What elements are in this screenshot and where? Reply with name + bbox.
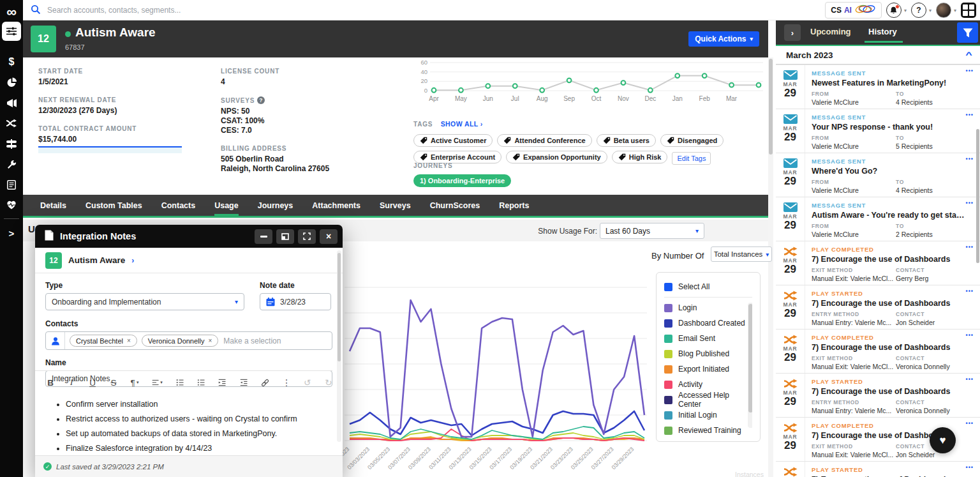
filter-button[interactable] bbox=[957, 22, 978, 43]
link-icon[interactable] bbox=[261, 378, 269, 388]
cs-ai-button[interactable]: CS AI bbox=[825, 2, 882, 19]
panel-scrollbar-thumb[interactable] bbox=[976, 129, 979, 263]
note-body[interactable]: Confirm server installationRestrict acce… bbox=[35, 396, 329, 458]
sliders-icon[interactable] bbox=[2, 22, 21, 41]
tag-pill[interactable]: Expansion Opportunity bbox=[506, 151, 607, 163]
dollar-icon[interactable]: $ bbox=[0, 54, 23, 70]
fullscreen-button[interactable] bbox=[298, 229, 316, 244]
more-menu-button[interactable]: ••• bbox=[966, 420, 974, 427]
more-menu-button[interactable]: ••• bbox=[966, 68, 974, 74]
journal-icon[interactable] bbox=[0, 176, 23, 193]
edit-tags-button[interactable]: Edit Tags bbox=[672, 152, 711, 165]
strikethrough-icon[interactable]: S bbox=[110, 378, 117, 388]
more-menu-button[interactable]: ••• bbox=[966, 376, 974, 382]
legend-item[interactable]: Blog Published bbox=[664, 346, 752, 361]
bold-icon[interactable]: B bbox=[47, 378, 54, 388]
more-menu-button[interactable]: ••• bbox=[966, 200, 974, 206]
undo-icon[interactable]: ↺ bbox=[304, 377, 311, 388]
search-input[interactable]: Search accounts, contacts, segments... bbox=[47, 6, 181, 15]
legend-item[interactable]: Initial Login bbox=[664, 407, 752, 423]
legend-item[interactable]: Login bbox=[664, 300, 752, 315]
history-entry[interactable]: MAR 29 MESSAGE SENT Autism Aware - You'r… bbox=[776, 197, 980, 241]
modal-header[interactable]: Integration Notes × bbox=[35, 225, 343, 248]
more-menu-button[interactable]: ••• bbox=[966, 156, 974, 162]
chevron-down-icon[interactable]: ▾ bbox=[954, 8, 956, 13]
legend-item[interactable]: Dashboard Created bbox=[664, 315, 752, 331]
signpost-icon[interactable] bbox=[0, 135, 23, 152]
tag-pill[interactable]: High Risk bbox=[612, 151, 668, 163]
outdent-icon[interactable] bbox=[240, 378, 248, 387]
tab-usage[interactable]: Usage bbox=[205, 195, 248, 216]
tags-show-all-link[interactable]: SHOW ALL › bbox=[441, 120, 483, 128]
help-icon[interactable]: ? bbox=[257, 96, 265, 104]
megaphone-icon[interactable] bbox=[0, 95, 23, 111]
panel-expand-button[interactable]: › bbox=[784, 24, 801, 41]
churnzero-logo-icon[interactable]: ∞ bbox=[0, 4, 23, 20]
underline-icon[interactable]: U bbox=[89, 378, 96, 388]
align-icon[interactable]: ▾ bbox=[152, 378, 163, 387]
wrench-icon[interactable] bbox=[0, 156, 23, 172]
history-entry[interactable]: MAR 29 PLAY COMPLETED 7) Encourage the u… bbox=[776, 241, 980, 285]
tab-churnscores[interactable]: ChurnScores bbox=[420, 195, 490, 216]
by-number-of-select[interactable]: Total Instances ▾ bbox=[711, 246, 772, 262]
more-icon[interactable]: ⋮ bbox=[283, 377, 290, 388]
quick-actions-button[interactable]: Quick Actions ▾ bbox=[688, 31, 759, 47]
remove-contact-icon[interactable]: × bbox=[209, 337, 212, 344]
tab-journeys[interactable]: Journeys bbox=[248, 195, 303, 216]
history-entry[interactable]: MAR 29 PLAY STARTED 7) Encourage the use… bbox=[776, 462, 980, 477]
pie-chart-icon[interactable] bbox=[0, 74, 23, 91]
tab-details[interactable]: Details bbox=[31, 195, 76, 216]
history-entry[interactable]: MAR 29 MESSAGE SENT Newest Features in M… bbox=[776, 65, 980, 109]
more-menu-button[interactable]: ••• bbox=[966, 288, 974, 294]
history-entry[interactable]: MAR 29 PLAY COMPLETED 7) Encourage the u… bbox=[776, 329, 980, 373]
tag-pill[interactable]: Active Customer bbox=[413, 134, 493, 147]
history-entry[interactable]: MAR 29 MESSAGE SENT Your NPS response - … bbox=[776, 109, 980, 153]
tab-upcoming[interactable]: Upcoming bbox=[810, 27, 851, 36]
tag-pill[interactable]: Beta users bbox=[597, 134, 656, 147]
history-entry[interactable]: MAR 29 PLAY STARTED 7) Encourage the use… bbox=[776, 285, 980, 329]
tab-reports[interactable]: Reports bbox=[489, 195, 538, 216]
show-usage-for-select[interactable]: Last 60 Days ▾ bbox=[600, 223, 704, 239]
note-type-select[interactable]: Onboarding and Implementation ▾ bbox=[45, 293, 244, 310]
legend-item[interactable]: Reviewed Training bbox=[664, 423, 752, 435]
sidebar-expand-button[interactable]: > bbox=[0, 225, 23, 241]
legend-item[interactable]: Accessed Help Center bbox=[664, 392, 752, 407]
contact-pill[interactable]: Veronica Donnelly× bbox=[142, 335, 219, 347]
legend-item[interactable]: Export Initiated bbox=[664, 361, 752, 377]
collapse-caret-icon[interactable]: ^ bbox=[965, 50, 972, 59]
restore-button[interactable] bbox=[276, 229, 294, 244]
ordered-list-icon[interactable] bbox=[176, 378, 184, 387]
search-icon[interactable] bbox=[31, 4, 41, 17]
app-grid-icon[interactable] bbox=[961, 3, 976, 18]
unordered-list-icon[interactable] bbox=[197, 378, 205, 387]
modal-scrollbar-thumb[interactable] bbox=[338, 253, 341, 361]
close-icon[interactable]: × bbox=[320, 229, 338, 244]
tag-pill[interactable]: Enterprise Account bbox=[413, 151, 501, 163]
help-icon[interactable]: ? bbox=[911, 3, 926, 18]
more-menu-button[interactable]: ••• bbox=[966, 244, 974, 250]
remove-contact-icon[interactable]: × bbox=[127, 337, 131, 344]
chevron-down-icon[interactable]: ▾ bbox=[904, 8, 907, 13]
contacts-field[interactable]: Crystal Bechtel×Veronica Donnelly× Make … bbox=[45, 331, 332, 350]
contact-pill[interactable]: Crystal Bechtel× bbox=[70, 335, 137, 347]
paragraph-icon[interactable]: ¶▾ bbox=[131, 378, 138, 388]
tag-pill[interactable]: Disengaged bbox=[660, 134, 724, 147]
indent-icon[interactable] bbox=[218, 378, 226, 387]
tab-surveys[interactable]: Surveys bbox=[370, 195, 420, 216]
italic-icon[interactable]: I bbox=[68, 377, 75, 388]
month-group-header[interactable]: March 2023 ^ bbox=[776, 46, 980, 64]
more-menu-button[interactable]: ••• bbox=[966, 464, 974, 471]
tab-history[interactable]: History bbox=[868, 27, 897, 36]
tag-pill[interactable]: Attended Conference bbox=[497, 134, 591, 147]
tab-attachments[interactable]: Attachments bbox=[302, 195, 370, 216]
notifications-bell-icon[interactable] bbox=[886, 3, 902, 18]
more-menu-button[interactable]: ••• bbox=[966, 112, 974, 118]
more-menu-button[interactable]: ••• bbox=[966, 332, 974, 338]
note-date-input[interactable]: 3/28/23 bbox=[260, 293, 331, 310]
legend-item[interactable]: Activity bbox=[664, 377, 752, 392]
redo-icon[interactable]: ↻ bbox=[325, 377, 332, 388]
legend-scrollbar-thumb[interactable] bbox=[748, 304, 752, 413]
heart-pulse-icon[interactable] bbox=[0, 197, 23, 213]
account-link-chevron[interactable]: › bbox=[131, 256, 134, 265]
chevron-down-icon[interactable]: ▾ bbox=[929, 8, 932, 13]
